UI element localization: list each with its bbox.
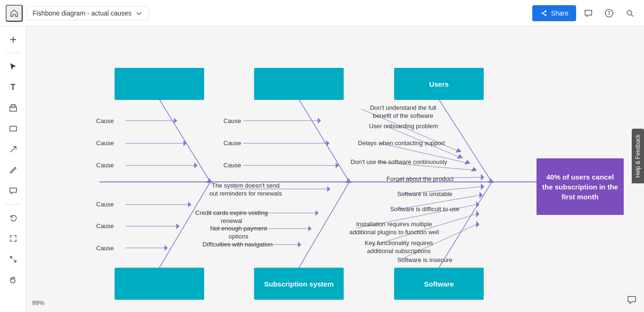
svg-rect-14 <box>10 126 17 131</box>
cause-2-2: Cause <box>223 140 241 148</box>
svg-line-15 <box>10 147 16 152</box>
cause-1-3: Cause <box>96 162 114 170</box>
category-box-users[interactable]: Users <box>394 68 484 100</box>
cause-1-1: Cause <box>96 117 114 125</box>
home-button[interactable] <box>6 5 23 22</box>
svg-marker-36 <box>318 118 321 123</box>
cause-1-5: Cause <box>96 222 114 230</box>
svg-marker-32 <box>165 245 168 251</box>
cause-insecure: Software is insecure <box>378 256 472 264</box>
cause-onboarding: User onboarding problem <box>361 123 446 131</box>
main-area: T <box>0 26 644 312</box>
svg-marker-47 <box>308 226 312 231</box>
hand-tool-button[interactable] <box>4 271 23 289</box>
cause-difficult: Software is difficult to use <box>378 205 472 213</box>
diagram-title-button[interactable]: Fishbone diagram - actual causes <box>26 6 149 20</box>
cause-plugins: Installation requires multipleadditional… <box>338 221 451 237</box>
svg-marker-72 <box>476 221 479 228</box>
svg-marker-64 <box>481 183 484 190</box>
feedback-label: Help & Feedback <box>635 134 641 178</box>
rectangle-tool-button[interactable] <box>4 119 23 138</box>
undo-button[interactable] <box>4 208 23 227</box>
users-label: Users <box>429 80 449 88</box>
svg-marker-30 <box>176 223 180 229</box>
cause-dontuse: Don't use the software continuously <box>347 158 451 166</box>
svg-marker-57 <box>464 160 471 164</box>
add-tool-button[interactable] <box>4 30 23 49</box>
svg-rect-13 <box>11 105 15 107</box>
svg-marker-40 <box>336 163 339 168</box>
cause-understand: Don't understand the fullbenefit of the … <box>354 104 453 120</box>
cause-delays: Delays when contacting support <box>355 140 447 148</box>
arrow-tool-button[interactable] <box>4 140 23 159</box>
toolbar: Fishbone diagram - actual causes Share <box>0 0 644 26</box>
share-label: Share <box>551 9 569 17</box>
svg-marker-25 <box>194 163 198 168</box>
svg-marker-61 <box>481 174 484 181</box>
svg-marker-34 <box>346 178 352 183</box>
cause-1-2: Cause <box>96 140 114 148</box>
svg-marker-38 <box>326 140 330 146</box>
svg-marker-45 <box>315 210 319 216</box>
toolbar-right: Share <box>532 5 638 22</box>
search-button[interactable] <box>621 5 638 22</box>
svg-marker-70 <box>476 211 479 217</box>
svg-point-2 <box>545 14 546 16</box>
cause-2-3: Cause <box>223 162 241 170</box>
svg-marker-49 <box>298 242 301 247</box>
share-button[interactable]: Share <box>532 5 576 21</box>
expand-button[interactable] <box>4 250 23 269</box>
cause-navigation: Difficulties with navigation <box>200 241 275 249</box>
sidebar-separator-2 <box>6 204 21 205</box>
svg-line-3 <box>543 12 544 13</box>
sidebar: T <box>0 26 26 312</box>
chat-toolbar-button[interactable] <box>580 5 597 22</box>
cause-payment: Not enough payment options <box>201 225 276 241</box>
category-box-subscription[interactable]: Subscription system <box>254 268 344 300</box>
svg-point-0 <box>542 12 544 14</box>
cause-1-4: Cause <box>96 201 114 209</box>
svg-line-4 <box>543 14 544 15</box>
svg-marker-28 <box>188 202 191 207</box>
cause-unstable: Software is unstable <box>380 190 470 198</box>
cause-2-1: Cause <box>223 117 241 125</box>
svg-marker-51 <box>488 178 494 183</box>
cause-subscriptions: Key functionality requiresadditional sub… <box>347 239 451 255</box>
svg-point-8 <box>627 10 632 15</box>
subscription-label: Subscription system <box>264 280 334 288</box>
svg-marker-21 <box>174 118 177 123</box>
svg-line-18 <box>159 99 210 182</box>
shapes-tool-button[interactable] <box>4 99 23 117</box>
svg-marker-59 <box>471 167 477 172</box>
effect-box[interactable]: 40% of users cancel the subscription in … <box>537 158 624 215</box>
sidebar-separator-1 <box>6 53 21 53</box>
svg-point-7 <box>609 11 610 12</box>
svg-point-1 <box>545 10 546 12</box>
diagram-title: Fishbone diagram - actual causes <box>33 9 132 17</box>
text-tool-button[interactable]: T <box>4 78 23 97</box>
chat-button[interactable] <box>623 291 640 308</box>
comment-tool-button[interactable] <box>4 181 23 200</box>
pen-tool-button[interactable] <box>4 161 23 180</box>
category-box-software[interactable]: Software <box>394 268 484 300</box>
canvas[interactable]: Users Subscription system Software 40% o… <box>26 26 644 312</box>
zoom-indicator: 99% <box>32 299 44 306</box>
svg-line-33 <box>299 99 349 182</box>
cause-1-6: Cause <box>96 245 114 253</box>
text-tool-icon: T <box>10 82 16 92</box>
info-button[interactable] <box>601 5 618 22</box>
category-box-1-bot[interactable] <box>115 268 204 300</box>
category-box-1-top[interactable] <box>115 68 204 100</box>
feedback-tab[interactable]: Help & Feedback <box>632 129 644 183</box>
category-box-2-top[interactable] <box>254 68 344 100</box>
cause-credit-card: Credit cards expire voiding renewal <box>191 209 272 225</box>
software-label: Software <box>424 280 454 288</box>
svg-marker-43 <box>327 186 330 192</box>
cause-sys-renew: The system doesn't sendout reminders for… <box>206 182 286 198</box>
fit-screen-button[interactable] <box>4 229 23 248</box>
cause-forget: Forget about the product <box>375 175 465 183</box>
effect-text: 40% of users cancel the subscription in … <box>541 172 619 202</box>
svg-line-9 <box>631 15 633 16</box>
select-tool-button[interactable] <box>4 57 23 76</box>
